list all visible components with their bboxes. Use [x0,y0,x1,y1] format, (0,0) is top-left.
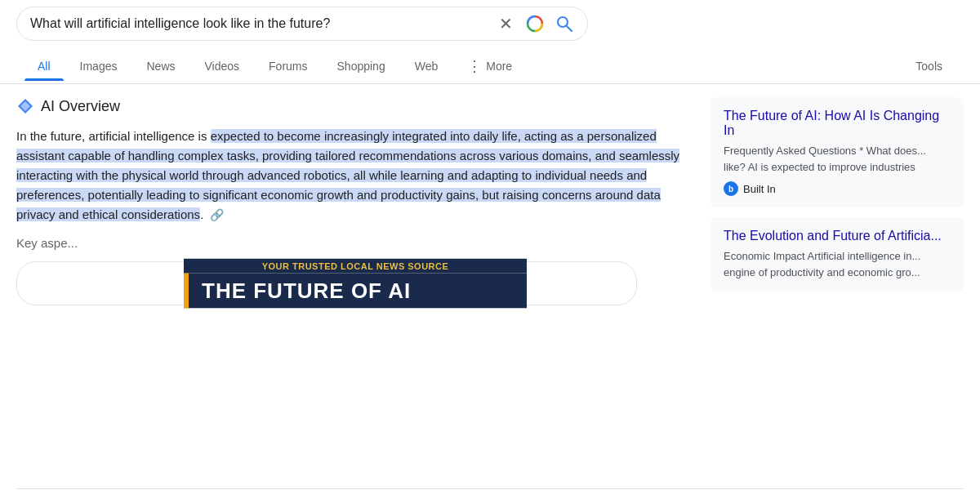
search-icon-group: ✕ [496,14,574,33]
more-dots-icon: ⋮ [467,57,483,75]
lens-icon [526,15,544,33]
news-banner-bottom: THE FUTURE OF AI [184,274,527,309]
result-1-source-name: Built In [743,183,776,195]
tab-more[interactable]: ⋮ More [454,49,525,83]
ai-overview-title: AI Overview [41,98,120,115]
result-1-snippet: Frequently Asked Questions * What does..… [724,143,951,175]
result-2-title[interactable]: The Evolution and Future of Artificia... [724,229,951,243]
svg-point-1 [558,17,568,27]
search-submit-button[interactable] [555,14,574,33]
result-1-favicon: b [724,181,738,196]
google-lens-button[interactable] [525,14,545,33]
result-1-source: b Built In [724,181,951,196]
tab-all[interactable]: All [24,51,64,81]
bottom-divider [16,488,964,489]
search-bar-area: What will artificial intelligence look l… [0,0,980,84]
ai-body-after: . [200,207,203,221]
tab-news[interactable]: News [133,51,188,81]
tab-forums[interactable]: Forums [256,51,320,81]
news-banner-headline: THE FUTURE OF AI [202,278,411,303]
clear-search-button[interactable]: ✕ [496,14,515,33]
result-card-2: The Evolution and Future of Artificia...… [710,217,964,292]
news-banner[interactable]: YOUR TRUSTED LOCAL NEWS SOURCE THE FUTUR… [184,259,527,309]
key-aspects-text: Key aspe... [16,236,78,250]
citation-link-icon[interactable]: 🔗 [210,206,224,224]
result-card-1: The Future of AI: How AI Is Changing In … [710,97,964,207]
ai-body-before: In the future, artificial intelligence i… [16,129,211,143]
tab-shopping[interactable]: Shopping [324,51,399,81]
ai-diamond-icon [16,97,34,115]
key-aspects-label: Key aspe... [16,236,694,250]
left-panel: AI Overview In the future, artificial in… [16,97,694,475]
main-content: AI Overview In the future, artificial in… [0,84,980,488]
search-tabs: All Images News Videos Forums Shopping W… [16,49,964,83]
search-icon [556,16,572,32]
more-label: More [486,60,512,73]
search-query-text: What will artificial intelligence look l… [30,16,496,31]
ai-overview-header: AI Overview [16,97,694,115]
tab-videos[interactable]: Videos [192,51,253,81]
right-panel: The Future of AI: How AI Is Changing In … [710,97,964,475]
svg-line-2 [567,26,572,31]
result-1-title[interactable]: The Future of AI: How AI Is Changing In [724,109,951,138]
result-2-snippet: Economic Impact Artificial intelligence … [724,248,951,280]
search-bar: What will artificial intelligence look l… [16,7,588,41]
tab-images[interactable]: Images [67,51,131,81]
ai-overview-body: In the future, artificial intelligence i… [16,127,694,225]
news-banner-top-text: YOUR TRUSTED LOCAL NEWS SOURCE [184,259,527,274]
news-banner-wrapper: YOUR TRUSTED LOCAL NEWS SOURCE THE FUTUR… [16,261,694,305]
tab-tools[interactable]: Tools [902,51,956,81]
tab-web[interactable]: Web [402,51,452,81]
